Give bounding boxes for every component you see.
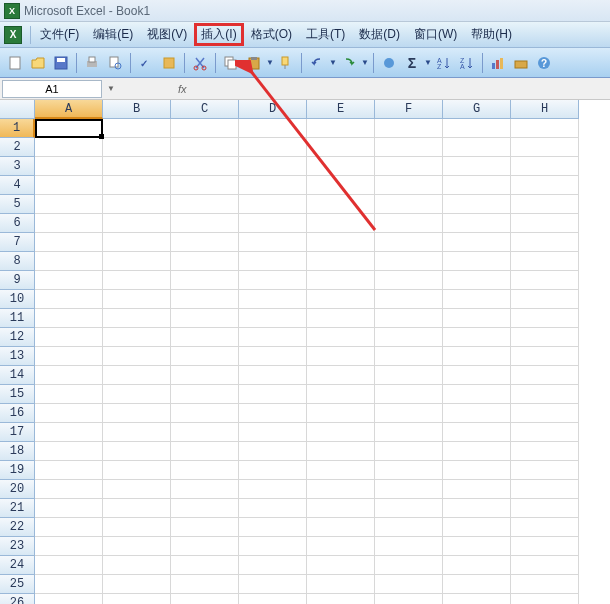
- cell-G12[interactable]: [443, 328, 511, 347]
- cell-G2[interactable]: [443, 138, 511, 157]
- menu-insert[interactable]: 插入(I): [194, 23, 243, 46]
- row-header-19[interactable]: 19: [0, 461, 35, 480]
- cell-F16[interactable]: [375, 404, 443, 423]
- cell-E20[interactable]: [307, 480, 375, 499]
- cell-B10[interactable]: [103, 290, 171, 309]
- cell-H7[interactable]: [511, 233, 579, 252]
- cell-B6[interactable]: [103, 214, 171, 233]
- cell-F18[interactable]: [375, 442, 443, 461]
- cell-D5[interactable]: [239, 195, 307, 214]
- cell-G1[interactable]: [443, 119, 511, 138]
- cell-C4[interactable]: [171, 176, 239, 195]
- cell-E3[interactable]: [307, 157, 375, 176]
- paste-button[interactable]: [243, 52, 265, 74]
- save-button[interactable]: [50, 52, 72, 74]
- cell-F2[interactable]: [375, 138, 443, 157]
- cell-G22[interactable]: [443, 518, 511, 537]
- cell-E19[interactable]: [307, 461, 375, 480]
- cell-A14[interactable]: [35, 366, 103, 385]
- cell-B19[interactable]: [103, 461, 171, 480]
- cell-C6[interactable]: [171, 214, 239, 233]
- cell-H20[interactable]: [511, 480, 579, 499]
- select-all-corner[interactable]: [0, 100, 35, 119]
- row-header-20[interactable]: 20: [0, 480, 35, 499]
- cell-B4[interactable]: [103, 176, 171, 195]
- cell-A15[interactable]: [35, 385, 103, 404]
- redo-dropdown[interactable]: ▼: [361, 58, 369, 67]
- cell-F4[interactable]: [375, 176, 443, 195]
- cell-E22[interactable]: [307, 518, 375, 537]
- cell-B8[interactable]: [103, 252, 171, 271]
- cell-H23[interactable]: [511, 537, 579, 556]
- cell-A26[interactable]: [35, 594, 103, 604]
- row-header-10[interactable]: 10: [0, 290, 35, 309]
- cell-F15[interactable]: [375, 385, 443, 404]
- cell-D20[interactable]: [239, 480, 307, 499]
- cell-H26[interactable]: [511, 594, 579, 604]
- cell-G23[interactable]: [443, 537, 511, 556]
- cell-E1[interactable]: [307, 119, 375, 138]
- cell-D16[interactable]: [239, 404, 307, 423]
- cell-G18[interactable]: [443, 442, 511, 461]
- cell-H12[interactable]: [511, 328, 579, 347]
- cell-G10[interactable]: [443, 290, 511, 309]
- cell-F14[interactable]: [375, 366, 443, 385]
- cell-F17[interactable]: [375, 423, 443, 442]
- cell-B20[interactable]: [103, 480, 171, 499]
- cell-E18[interactable]: [307, 442, 375, 461]
- col-header-D[interactable]: D: [239, 100, 307, 119]
- cell-G24[interactable]: [443, 556, 511, 575]
- row-header-26[interactable]: 26: [0, 594, 35, 604]
- cell-H9[interactable]: [511, 271, 579, 290]
- cell-C20[interactable]: [171, 480, 239, 499]
- row-header-17[interactable]: 17: [0, 423, 35, 442]
- cell-A1[interactable]: [35, 119, 103, 138]
- cell-F26[interactable]: [375, 594, 443, 604]
- cell-H21[interactable]: [511, 499, 579, 518]
- cell-D13[interactable]: [239, 347, 307, 366]
- cell-B21[interactable]: [103, 499, 171, 518]
- cell-E16[interactable]: [307, 404, 375, 423]
- cell-C10[interactable]: [171, 290, 239, 309]
- cell-F9[interactable]: [375, 271, 443, 290]
- cell-E17[interactable]: [307, 423, 375, 442]
- cell-A3[interactable]: [35, 157, 103, 176]
- cell-D8[interactable]: [239, 252, 307, 271]
- cell-A17[interactable]: [35, 423, 103, 442]
- sort-asc-button[interactable]: AZ: [433, 52, 455, 74]
- cell-B9[interactable]: [103, 271, 171, 290]
- col-header-C[interactable]: C: [171, 100, 239, 119]
- cell-H15[interactable]: [511, 385, 579, 404]
- row-header-9[interactable]: 9: [0, 271, 35, 290]
- cell-A19[interactable]: [35, 461, 103, 480]
- cell-B24[interactable]: [103, 556, 171, 575]
- cell-B17[interactable]: [103, 423, 171, 442]
- cell-E9[interactable]: [307, 271, 375, 290]
- cell-E11[interactable]: [307, 309, 375, 328]
- cell-H6[interactable]: [511, 214, 579, 233]
- cell-G16[interactable]: [443, 404, 511, 423]
- cell-B26[interactable]: [103, 594, 171, 604]
- cell-G19[interactable]: [443, 461, 511, 480]
- menu-tools[interactable]: 工具(T): [299, 23, 352, 46]
- cell-A4[interactable]: [35, 176, 103, 195]
- fx-label[interactable]: fx: [178, 83, 187, 95]
- cell-A11[interactable]: [35, 309, 103, 328]
- cell-H5[interactable]: [511, 195, 579, 214]
- menu-window[interactable]: 窗口(W): [407, 23, 464, 46]
- cell-D15[interactable]: [239, 385, 307, 404]
- row-header-12[interactable]: 12: [0, 328, 35, 347]
- cell-C2[interactable]: [171, 138, 239, 157]
- cell-G8[interactable]: [443, 252, 511, 271]
- row-header-24[interactable]: 24: [0, 556, 35, 575]
- row-header-21[interactable]: 21: [0, 499, 35, 518]
- cell-F1[interactable]: [375, 119, 443, 138]
- new-button[interactable]: [4, 52, 26, 74]
- cell-F22[interactable]: [375, 518, 443, 537]
- col-header-A[interactable]: A: [35, 100, 103, 119]
- col-header-B[interactable]: B: [103, 100, 171, 119]
- cell-A10[interactable]: [35, 290, 103, 309]
- app-menu-icon[interactable]: X: [4, 26, 22, 44]
- cell-C26[interactable]: [171, 594, 239, 604]
- help-button[interactable]: ?: [533, 52, 555, 74]
